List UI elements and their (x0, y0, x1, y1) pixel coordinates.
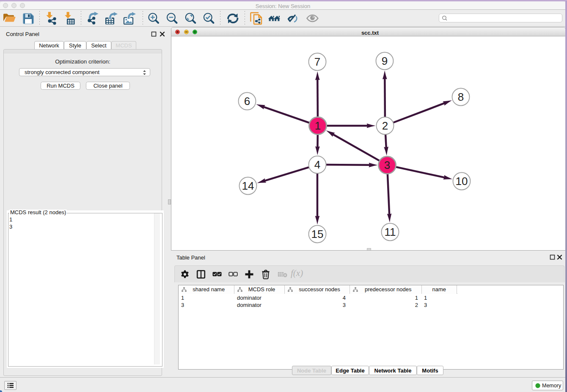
svg-text:10: 10 (456, 175, 468, 188)
svg-text:15: 15 (311, 228, 324, 240)
svg-text:8: 8 (458, 91, 464, 103)
svg-text:2: 2 (382, 119, 388, 132)
svg-text:4: 4 (314, 158, 320, 171)
svg-text:9: 9 (382, 55, 388, 67)
svg-text:6: 6 (244, 95, 250, 108)
svg-text:3: 3 (384, 159, 390, 171)
svg-text:7: 7 (314, 55, 320, 68)
svg-text:11: 11 (385, 226, 396, 238)
svg-text:14: 14 (242, 179, 254, 192)
svg-text:1: 1 (315, 119, 321, 132)
